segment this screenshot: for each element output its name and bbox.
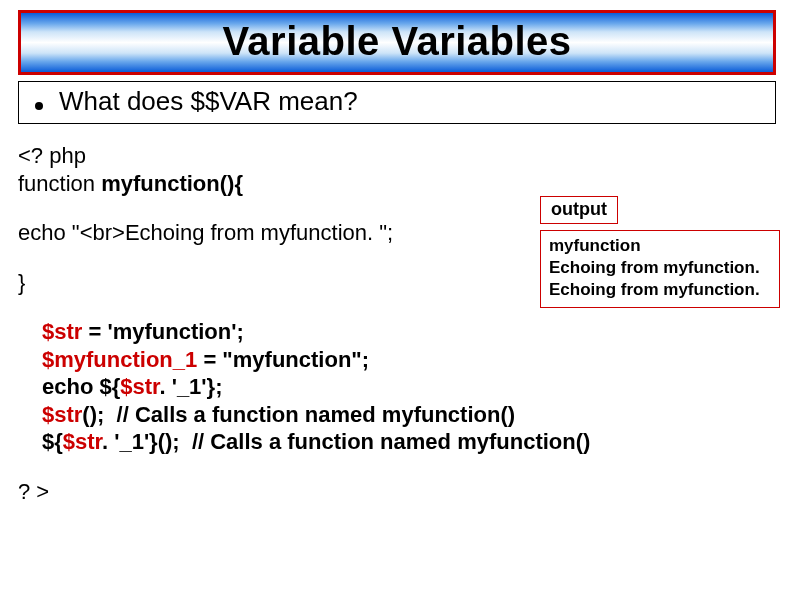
call-comment: (); // Calls a function named myfunction… [82, 402, 515, 427]
close-brace: } [18, 270, 25, 295]
echo-suffix: . '_1'}; [159, 374, 222, 399]
code-line: $str = 'myfunction'; [42, 318, 776, 346]
output-line: Echoing from myfunction. [549, 279, 771, 301]
output-box: myfunction Echoing from myfunction. Echo… [540, 230, 780, 308]
var-str: $str [120, 374, 159, 399]
code-line: ${$str. '_1'}(); // Calls a function nam… [42, 428, 776, 456]
dollar-brace: ${ [42, 429, 63, 454]
bullet-row: What does $$VAR mean? [29, 86, 765, 117]
var-myfunc1: $myfunction_1 [42, 347, 197, 372]
kw-function: function [18, 171, 101, 196]
output-line: myfunction [549, 235, 771, 257]
var-str: $str [63, 429, 102, 454]
bullet-dot-icon [35, 102, 43, 110]
code-line: $str(); // Calls a function named myfunc… [42, 401, 776, 429]
echo-prefix: echo ${ [42, 374, 120, 399]
var-str: $str [42, 402, 82, 427]
func-name: myfunction(){ [101, 171, 243, 196]
bullet-text: What does $$VAR mean? [59, 86, 358, 117]
title-banner: Variable Variables [18, 10, 776, 75]
code-line: function myfunction(){ [18, 170, 776, 198]
bullet-box: What does $$VAR mean? [18, 81, 776, 124]
php-close: ? > [18, 479, 49, 504]
php-open: <? php [18, 143, 86, 168]
echo-line: echo "<br>Echoing from myfunction. "; [18, 220, 393, 245]
var-str: $str [42, 319, 82, 344]
output-panel: output myfunction Echoing from myfunctio… [540, 196, 780, 308]
assign: = "myfunction"; [197, 347, 369, 372]
slide-title: Variable Variables [222, 19, 571, 63]
code-line: echo ${$str. '_1'}; [42, 373, 776, 401]
code-line: <? php [18, 142, 776, 170]
call-comment: . '_1'}(); // Calls a function named myf… [102, 429, 590, 454]
code-indent-block: $str = 'myfunction'; $myfunction_1 = "my… [18, 318, 776, 456]
output-line: Echoing from myfunction. [549, 257, 771, 279]
assign: = 'myfunction'; [82, 319, 243, 344]
code-line: ? > [18, 478, 776, 506]
output-label: output [540, 196, 618, 224]
code-line: $myfunction_1 = "myfunction"; [42, 346, 776, 374]
